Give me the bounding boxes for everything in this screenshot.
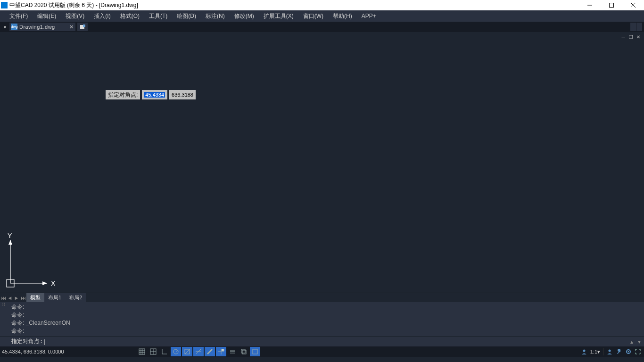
svg-point-40	[628, 351, 629, 353]
svg-rect-30	[222, 349, 224, 351]
person2-icon[interactable]	[606, 348, 613, 355]
menu-edit[interactable]: 编辑(E)	[33, 10, 61, 22]
status-bar: 45.4334, 636.3188, 0.0000 1:1 ▾	[0, 346, 644, 357]
menu-window[interactable]: 窗口(W)	[298, 10, 328, 22]
svg-text:Y: Y	[8, 232, 12, 239]
gear-icon[interactable]	[625, 348, 632, 355]
mdi-controls: ─ ❐ ✕	[0, 32, 644, 41]
osnap[interactable]	[182, 347, 192, 356]
polar[interactable]	[171, 347, 181, 356]
cmd-line: 命令: _CleanScreenON	[11, 319, 640, 327]
menu-file[interactable]: 文件(F)	[5, 10, 33, 22]
cycling[interactable]	[227, 347, 238, 356]
cmd-scroll-up[interactable]: ▴	[628, 338, 636, 345]
layout-2[interactable]: 布局2	[65, 293, 86, 302]
command-prompt: 指定对角点:	[11, 337, 43, 346]
maximize-button[interactable]	[601, 0, 622, 10]
window-controls	[579, 0, 644, 10]
cmd-line: 命令:	[11, 311, 640, 319]
document-tabs: ▾ dwg Drawing1.dwg ✕	[0, 22, 644, 32]
svg-rect-13	[139, 349, 145, 354]
status-toggles	[137, 347, 260, 356]
dwg-icon: dwg	[11, 24, 17, 30]
menu-draw[interactable]: 绘图(D)	[172, 10, 201, 22]
mdi-close[interactable]: ✕	[635, 34, 642, 40]
svg-line-27	[207, 349, 212, 354]
mdi-restore[interactable]: ❐	[627, 34, 635, 40]
layout-nav-prev[interactable]: ◄	[7, 295, 13, 301]
close-button[interactable]	[622, 0, 644, 10]
model-space[interactable]	[250, 347, 260, 356]
selection-cycling[interactable]	[239, 347, 249, 356]
tab-nav	[630, 23, 644, 31]
cmd-line: 命令:	[11, 327, 640, 335]
svg-rect-34	[242, 350, 246, 354]
dynamic-input-1[interactable]: 45.4334	[142, 90, 167, 99]
person-icon[interactable]	[581, 348, 587, 355]
svg-text:X: X	[51, 280, 56, 287]
layout-nav-next[interactable]: ►	[13, 295, 20, 301]
menu-dimension[interactable]: 标注(N)	[201, 10, 230, 22]
document-tab[interactable]: dwg Drawing1.dwg ✕	[9, 23, 75, 31]
layout-1[interactable]: 布局1	[44, 293, 65, 302]
menu-insert[interactable]: 插入(I)	[89, 10, 115, 22]
dynamic-input: 指定对角点: 45.4334 636.3188	[106, 90, 196, 99]
layout-tabs: ⏮ ◄ ► ⏭ 模型 布局1 布局2	[0, 293, 644, 302]
wrench-icon[interactable]	[616, 348, 622, 355]
lineweight[interactable]	[205, 347, 215, 356]
menu-tools[interactable]: 工具(T)	[144, 10, 172, 22]
svg-rect-5	[83, 25, 85, 27]
menu-help[interactable]: 帮助(H)	[328, 10, 357, 22]
minimize-button[interactable]	[579, 0, 601, 10]
ortho[interactable]	[159, 347, 170, 356]
drawing-canvas[interactable]: 指定对角点: 45.4334 636.3188 X Y	[0, 41, 644, 293]
otrack[interactable]	[193, 347, 204, 356]
command-input-row: 指定对角点: | ▴ ▾	[0, 336, 644, 346]
svg-point-37	[583, 350, 585, 352]
menu-express[interactable]: 扩展工具(X)	[259, 10, 298, 22]
fullscreen-icon[interactable]	[635, 348, 641, 355]
cmd-scroll-down[interactable]: ▾	[636, 338, 643, 345]
ucs-icon: X Y	[4, 232, 56, 289]
svg-marker-7	[42, 281, 47, 285]
tab-nav-right[interactable]	[636, 23, 642, 31]
menu-modify[interactable]: 修改(M)	[230, 10, 259, 22]
svg-marker-10	[8, 240, 12, 245]
menu-format[interactable]: 格式(O)	[116, 10, 144, 22]
command-input[interactable]: |	[44, 338, 45, 345]
tab-close-icon[interactable]: ✕	[69, 24, 74, 30]
dynamic-input-toggle[interactable]	[216, 347, 226, 356]
layout-nav-last[interactable]: ⏭	[20, 295, 26, 301]
svg-rect-36	[253, 349, 257, 354]
menu-app[interactable]: APP+	[357, 10, 381, 22]
layout-nav-first[interactable]: ⏮	[0, 295, 7, 301]
new-tab-button[interactable]	[77, 23, 88, 31]
svg-line-24	[185, 349, 190, 354]
layout-model[interactable]: 模型	[26, 293, 44, 302]
svg-point-38	[609, 350, 611, 352]
window-title: 中望CAD 2020 试用版 (剩余 6 天) - [Drawing1.dwg]	[9, 1, 579, 9]
window-title-bar: 中望CAD 2020 试用版 (剩余 6 天) - [Drawing1.dwg]	[0, 0, 644, 10]
tab-nav-left[interactable]	[630, 23, 636, 31]
svg-rect-35	[241, 349, 245, 353]
separator	[603, 348, 603, 355]
new-doc-icon	[80, 25, 85, 29]
tab-dropdown[interactable]: ▾	[0, 25, 9, 30]
status-coords: 45.4334, 636.3188, 0.0000	[0, 349, 137, 354]
app-icon	[1, 2, 8, 8]
cmd-line: 命令:	[11, 303, 640, 311]
panel-grip[interactable]: ⠿	[2, 302, 8, 307]
mdi-minimize[interactable]: ─	[619, 34, 627, 40]
snap-grid[interactable]	[137, 347, 147, 356]
status-right: 1:1 ▾	[581, 348, 644, 355]
command-history: ⠿ 命令: 命令: 命令: _CleanScreenON 命令:	[0, 302, 644, 336]
dynamic-input-label: 指定对角点:	[106, 90, 140, 99]
svg-rect-1	[610, 3, 614, 8]
anno-scale[interactable]: 1:1 ▾	[590, 349, 600, 355]
menu-view[interactable]: 视图(V)	[61, 10, 89, 22]
grid-display[interactable]	[148, 347, 158, 356]
menu-bar: 文件(F) 编辑(E) 视图(V) 插入(I) 格式(O) 工具(T) 绘图(D…	[0, 10, 644, 22]
dynamic-input-2[interactable]: 636.3188	[169, 90, 196, 99]
document-tab-label: Drawing1.dwg	[19, 24, 55, 30]
